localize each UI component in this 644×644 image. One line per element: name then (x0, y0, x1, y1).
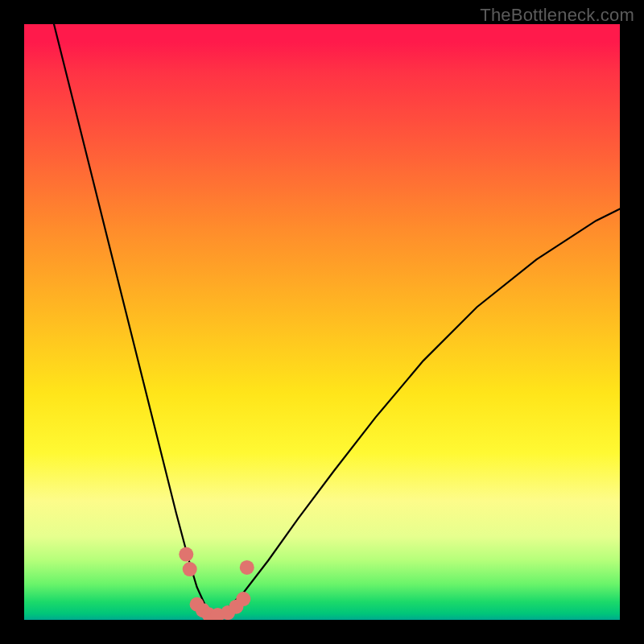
watermark-text: TheBottleneck.com (480, 5, 634, 26)
plot-area (24, 24, 620, 620)
curve-left-arm (54, 24, 215, 617)
chart-frame: TheBottleneck.com (0, 0, 644, 644)
valley-marker-dot (183, 562, 197, 576)
curve-svg-layer (24, 24, 620, 620)
valley-marker-dot (240, 560, 254, 575)
curve-right-arm (215, 208, 620, 617)
valley-marker-dot (179, 547, 193, 562)
valley-marker-dot (236, 592, 250, 606)
valley-markers (179, 547, 254, 620)
